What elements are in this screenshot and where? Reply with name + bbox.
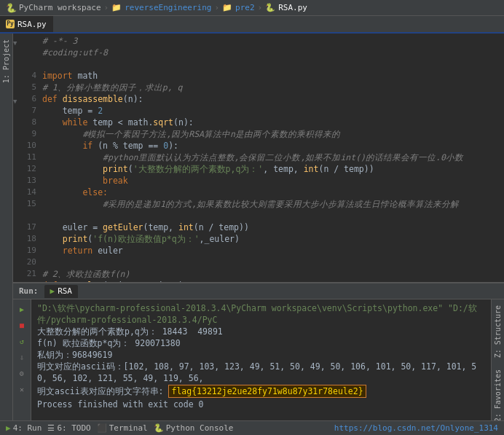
- tab-label: RSA.py: [17, 20, 47, 29]
- run-line-3: 私钥为：96849619: [37, 349, 485, 361]
- run-tab-label: RSA: [58, 286, 72, 296]
- tab-bar: Py RSA.py: [0, 16, 504, 34]
- todo-status-icon: ☰: [47, 423, 55, 433]
- code-line-11: 11 #python里面默认认为方法点整数,会保留二位小数,如果不加int()的…: [13, 152, 504, 163]
- right-side-tabs: Z: Structure 2: Favorites: [491, 299, 504, 420]
- breadcrumb-icon3: 🐍: [265, 3, 275, 13]
- code-line-7: 7 temp = 2: [13, 105, 504, 117]
- code-line-10: 10 if (n % temp == 0):: [13, 140, 504, 152]
- run-output: "D:\软件\pycharm-professional-2018.3.4\PyC…: [31, 299, 491, 420]
- code-line-13: 13 break: [13, 175, 504, 187]
- run-line-5-flag: flag{13212je2ue28fy71w8u87y31r78eule2}: [168, 385, 366, 398]
- app-window: 🐍 PyCharm workspace › 📁 reverseEngineeri…: [0, 0, 504, 435]
- code-line-8: 8 while temp < math.sqrt(n):: [13, 117, 504, 128]
- sep1: ›: [104, 3, 109, 12]
- z-structure-tab[interactable]: Z: Structure: [492, 299, 504, 364]
- code-line-12: 12 print('大整数分解的两个素数p,q为：', temp, int(n …: [13, 163, 504, 175]
- run-sidebar: ▶ ■ ↺ ⇩ ⚙ ✕: [13, 299, 31, 420]
- code-line-9: 9 #模拟一个素因子方法,因为RSA算法中n是由两个素数的乘积得来的: [13, 128, 504, 140]
- app-name: PyCharm workspace: [19, 3, 101, 12]
- fold-arrow-1[interactable]: ▼: [13, 37, 20, 44]
- todo-status-btn[interactable]: ☰ 6: TODO: [47, 423, 90, 433]
- title-bar: 🐍 PyCharm workspace › 📁 reverseEngineeri…: [0, 0, 504, 16]
- run-status-btn[interactable]: ▶ 4: Run: [6, 423, 42, 433]
- status-url[interactable]: https://blog.csdn.net/Onlyone_1314: [334, 423, 498, 433]
- code-line-15: 15 #采用的是递加1的方式,如果素数比较大则需要采用大步小步算法或生日悖论概率…: [13, 198, 504, 210]
- run-tab-rsa[interactable]: ▶ RSA: [44, 285, 79, 298]
- run-line-0: "D:\软件\pycharm-professional-2018.3.4\PyC…: [37, 302, 485, 326]
- run-stop-btn[interactable]: ■: [15, 318, 28, 332]
- run-settings-btn[interactable]: ⚙: [15, 367, 28, 380]
- todo-status-label: 6: TODO: [57, 423, 90, 433]
- sep2: ›: [214, 3, 219, 12]
- status-left: ▶ 4: Run ☰ 6: TODO ⬛ Terminal 🐍 Python C…: [6, 423, 233, 433]
- favorites-tab[interactable]: 2: Favorites: [492, 364, 504, 420]
- code-line-17: 17 euler = getEuler(temp, int(n / temp)): [13, 222, 504, 233]
- run-line-4: 明文对应的ascii码：[102, 108, 97, 103, 123, 49,…: [37, 361, 485, 384]
- tab-rsa-py[interactable]: Py RSA.py: [0, 16, 53, 32]
- content-area: 1: Project ▼ # -*- 3 #coding: [0, 34, 504, 420]
- run-scroll-btn[interactable]: ⇩: [15, 350, 28, 364]
- code-line-16: [13, 210, 504, 222]
- sep3: ›: [258, 3, 263, 12]
- code-line-5: 5 # 1、分解小整数的因子，求出p, q: [13, 82, 504, 93]
- breadcrumb-icon1: 📁: [111, 3, 122, 13]
- run-panel: Run: ▶ RSA ▶ ■ ↺ ⇩ ⚙ ✕: [13, 282, 504, 420]
- run-play-btn[interactable]: ▶: [15, 302, 28, 316]
- code-line-22: ▼ 22 def getEuler(prime1, prime2):: [13, 280, 504, 282]
- breadcrumb-icon2: 📁: [222, 3, 232, 13]
- fold-6[interactable]: ▼: [13, 95, 20, 103]
- code-line-4: 4 import math: [13, 70, 504, 82]
- run-line-5-prefix: 明文ascii表对应的明文字符串:: [37, 386, 168, 396]
- py-icon: Py: [6, 20, 15, 28]
- app-icon: 🐍: [6, 3, 16, 13]
- terminal-status-btn[interactable]: ⬛ Terminal: [97, 423, 148, 433]
- run-status-icon: ▶: [6, 423, 11, 433]
- run-rerun-btn[interactable]: ↺: [15, 334, 28, 348]
- code-lines: ▼ # -*- 3 #coding:utf-8: [13, 34, 504, 282]
- breadcrumb-path1[interactable]: reverseEngineering: [125, 3, 211, 12]
- run-label: Run:: [19, 286, 39, 296]
- python-console-label: Python Console: [166, 423, 234, 433]
- code-editor[interactable]: ▼ # -*- 3 #coding:utf-8: [13, 34, 504, 282]
- project-panel-label: 1: Project: [2, 39, 10, 83]
- run-status-label: 4: Run: [13, 423, 42, 433]
- code-line-6: ▼ 6 def dissassemble(n):: [13, 93, 504, 105]
- python-console-btn[interactable]: 🐍 Python Console: [154, 423, 234, 433]
- run-body: ▶ ■ ↺ ⇩ ⚙ ✕ "D:\软件\pycharm-professional-…: [13, 299, 504, 420]
- python-console-icon: 🐍: [154, 423, 164, 433]
- code-line-20: 20: [13, 256, 504, 268]
- code-line-18: 18 print('f(n)欧拉函数值p*q为：',_euler): [13, 233, 504, 245]
- code-line-14: 14 else:: [13, 187, 504, 198]
- breadcrumb-file[interactable]: RSA.py: [278, 3, 307, 12]
- status-bar: ▶ 4: Run ☰ 6: TODO ⬛ Terminal 🐍 Python C…: [0, 420, 504, 435]
- code-line-3: [13, 58, 504, 70]
- breadcrumb-path2[interactable]: pre2: [235, 3, 255, 12]
- code-line-21: 21 # 2、求欧拉函数f(n): [13, 268, 504, 280]
- code-line-1: ▼ # -*- 3: [13, 35, 504, 47]
- code-line-19: 19 return euler: [13, 245, 504, 256]
- project-panel[interactable]: 1: Project: [0, 34, 13, 420]
- run-line-1: 大整数分解的两个素数p,q为： 18443 49891: [37, 326, 485, 337]
- run-line-6: Process finished with exit code 0: [37, 399, 485, 410]
- run-close-btn[interactable]: ✕: [15, 383, 28, 396]
- run-panel-header: Run: ▶ RSA: [13, 283, 504, 299]
- terminal-status-label: Terminal: [109, 423, 148, 433]
- run-line-2: f(n) 欧拉函数p*q为： 920071380: [37, 337, 485, 349]
- favorites-label: 2: Favorites: [494, 369, 502, 420]
- run-line-5-wrapper: 明文ascii表对应的明文字符串: flag{13212je2ue28fy71w…: [37, 385, 485, 397]
- terminal-status-icon: ⬛: [97, 423, 107, 433]
- z-structure-label: Z: Structure: [494, 305, 502, 358]
- code-line-2: #coding:utf-8: [13, 47, 504, 58]
- run-icon: ▶: [50, 286, 55, 296]
